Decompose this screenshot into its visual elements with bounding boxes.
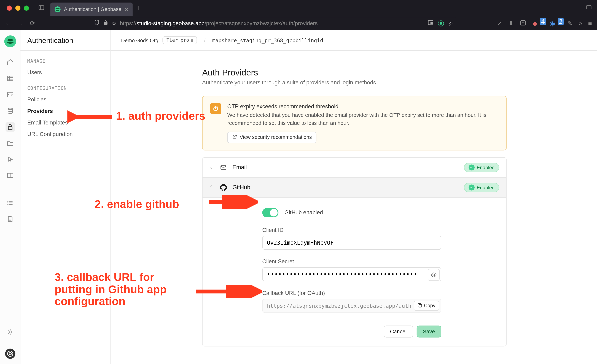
callback-url-value[interactable]: https://atsqnsnxbymzbwzjctex.geobase.app…: [263, 299, 412, 312]
pointer-icon[interactable]: [5, 155, 15, 164]
storage-icon[interactable]: [5, 139, 15, 148]
content: Auth Providers Authenticate your users t…: [111, 51, 597, 363]
client-secret-label: Client Secret: [262, 258, 496, 264]
svg-rect-0: [39, 5, 44, 9]
tier-selector[interactable]: Tier_pro ⇅: [163, 36, 197, 44]
copy-callback-button[interactable]: Copy: [414, 301, 439, 310]
provider-list: ⌄ Email ✓ Enabled ⌃: [202, 157, 507, 346]
sidebar-section-manage: MANAGE: [20, 51, 110, 67]
svg-point-17: [8, 201, 8, 201]
svg-rect-13: [8, 127, 12, 130]
tab-close-icon[interactable]: ×: [125, 6, 128, 13]
chevron-up-icon: ⌃: [209, 185, 214, 190]
window-controls[interactable]: [3, 6, 32, 11]
ext1-icon[interactable]: ◆4: [532, 19, 543, 27]
check-icon: ✓: [469, 184, 475, 190]
shield-icon[interactable]: [94, 20, 100, 27]
sidebar-toggle-icon[interactable]: [38, 4, 44, 12]
app-logo[interactable]: [4, 35, 16, 47]
client-secret-input[interactable]: [262, 267, 441, 281]
svg-rect-25: [221, 165, 226, 169]
save-button[interactable]: Save: [416, 325, 441, 337]
ext2-icon[interactable]: ◉2: [550, 19, 561, 27]
chevron-down-icon: ⌄: [209, 164, 214, 170]
sidebar-item-url-config[interactable]: URL Configuration: [20, 128, 110, 140]
page-title: Auth Providers: [202, 68, 507, 77]
sidebar-item-providers[interactable]: Providers: [20, 105, 110, 117]
project-name[interactable]: mapshare_staging_pr_368_gcpbillingid: [212, 37, 323, 43]
circle-icon[interactable]: [438, 20, 444, 26]
callback-url-row: https://atsqnsnxbymzbwzjctex.geobase.app…: [262, 298, 441, 312]
github-enabled-toggle[interactable]: [262, 208, 278, 217]
forward-button[interactable]: →: [17, 20, 24, 27]
doc-icon[interactable]: [5, 214, 15, 224]
client-id-input[interactable]: [262, 235, 441, 249]
svg-point-12: [8, 108, 12, 110]
reveal-secret-button[interactable]: [428, 269, 440, 280]
settings-icon[interactable]: [5, 327, 15, 337]
page-subtitle: Authenticate your users through a suite …: [202, 79, 507, 85]
help-icon[interactable]: [5, 349, 15, 359]
sidebar-item-users[interactable]: Users: [20, 66, 110, 78]
bookmark-icon[interactable]: ☆: [448, 20, 454, 27]
warning-text: We have detected that you have enabled t…: [227, 111, 498, 127]
list-icon[interactable]: [5, 198, 15, 208]
svg-point-23: [7, 351, 13, 356]
back-button[interactable]: ←: [5, 20, 12, 27]
home-icon[interactable]: [5, 58, 15, 67]
address-bar[interactable]: ⚙ https://studio-staging.geobase.app/pro…: [90, 17, 457, 29]
browser-chrome: Authentication | Geobase × + ← → ⟳ ⚙ htt…: [0, 0, 597, 30]
svg-rect-27: [419, 304, 422, 307]
minimize-window[interactable]: [15, 6, 20, 11]
crumb-sep: /: [204, 37, 205, 43]
external-link-icon: [232, 134, 237, 140]
new-tab-button[interactable]: +: [137, 4, 141, 12]
sql-editor-icon[interactable]: [5, 90, 15, 99]
permissions-icon[interactable]: ⚙: [112, 20, 116, 26]
org-name[interactable]: Demo Gods Org: [121, 37, 158, 43]
maximize-window[interactable]: [24, 6, 29, 11]
warning-title: OTP expiry exceeds recommended threshold: [227, 103, 498, 109]
svg-rect-2: [587, 5, 591, 9]
browser-tab[interactable]: Authentication | Geobase ×: [50, 2, 133, 16]
expand-icon[interactable]: ⤢: [497, 19, 502, 27]
provider-row-email[interactable]: ⌄ Email ✓ Enabled: [203, 157, 506, 177]
book-icon[interactable]: [5, 171, 15, 180]
sidebar-item-email-templates[interactable]: Email Templates: [20, 117, 110, 128]
auth-icon[interactable]: [5, 122, 15, 132]
reload-button[interactable]: ⟳: [30, 19, 35, 27]
warning-banner: ⏱ OTP expiry exceeds recommended thresho…: [202, 96, 507, 150]
svg-point-19: [8, 204, 8, 205]
view-security-recs-button[interactable]: View security recommendations: [227, 132, 316, 143]
tabs-overview-icon[interactable]: [586, 4, 592, 12]
svg-rect-5: [431, 23, 433, 24]
svg-point-26: [433, 274, 435, 276]
lock-icon[interactable]: [103, 20, 108, 26]
warning-icon: ⏱: [210, 103, 221, 114]
sidebar: Authentication MANAGE Users CONFIGURATIO…: [20, 30, 111, 364]
copy-icon: [417, 303, 422, 308]
database-icon[interactable]: [5, 106, 15, 116]
sidebar-section-config: CONFIGURATION: [20, 78, 110, 94]
provider-row-github[interactable]: ⌃ GitHub ✓ Enabled: [203, 177, 506, 197]
overflow-icon[interactable]: »: [579, 20, 582, 27]
app-frame: Authentication MANAGE Users CONFIGURATIO…: [0, 30, 597, 364]
account-icon[interactable]: [520, 19, 526, 27]
svg-rect-3: [104, 22, 108, 25]
sidebar-item-policies[interactable]: Policies: [20, 94, 110, 105]
eyedrop-icon[interactable]: ✎: [567, 19, 573, 27]
tab-favicon: [55, 6, 61, 12]
sidebar-title: Authentication: [20, 30, 110, 51]
menu-icon[interactable]: ≡: [588, 20, 592, 27]
svg-rect-7: [7, 76, 13, 81]
table-editor-icon[interactable]: [5, 74, 15, 83]
tab-title: Authentication | Geobase: [64, 6, 121, 12]
tier-label: Tier_pro: [166, 38, 189, 43]
downloads-icon[interactable]: ⬇: [508, 19, 514, 27]
cancel-button[interactable]: Cancel: [384, 325, 413, 337]
svg-point-18: [8, 203, 8, 203]
enabled-badge: ✓ Enabled: [464, 163, 499, 172]
pip-icon[interactable]: [428, 20, 434, 27]
close-window[interactable]: [7, 6, 12, 11]
envelope-icon: [220, 163, 227, 171]
